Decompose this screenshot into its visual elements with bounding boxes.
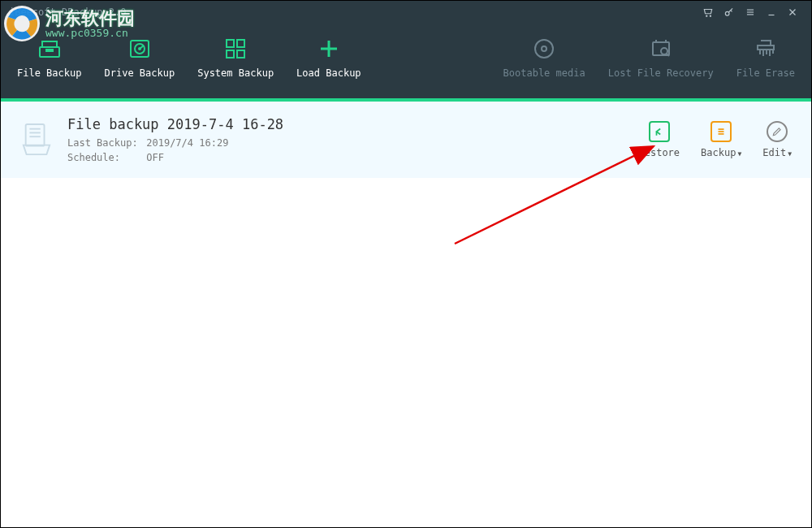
file-erase-label: File Erase xyxy=(736,67,795,79)
file-erase-button[interactable]: File Erase xyxy=(736,37,795,79)
backup-info: File backup 2019-7-4 16-28 Last Backup: … xyxy=(67,116,624,163)
backup-button[interactable]: Backup▼ xyxy=(701,121,741,158)
backup-title: File backup 2019-7-4 16-28 xyxy=(67,116,624,132)
titlebar: iBeesoft DBackup 2.0 xyxy=(1,1,811,24)
bootable-media-label: Bootable media xyxy=(503,67,585,79)
bootable-media-button[interactable]: Bootable media xyxy=(503,37,585,79)
restore-button[interactable]: Restore xyxy=(639,121,680,158)
svg-rect-14 xyxy=(227,40,234,47)
drive-backup-icon xyxy=(127,37,152,61)
edit-button[interactable]: Edit▼ xyxy=(762,121,792,158)
key-icon[interactable] xyxy=(719,2,740,23)
menu-icon[interactable] xyxy=(740,2,761,23)
shredder-icon xyxy=(754,37,778,61)
svg-rect-10 xyxy=(46,50,53,51)
content-area: File backup 2019-7-4 16-28 Last Backup: … xyxy=(1,102,811,527)
svg-rect-16 xyxy=(227,50,234,58)
card-actions: Restore Backup▼ Edit▼ xyxy=(639,121,793,158)
plus-icon xyxy=(317,37,341,61)
recovery-icon xyxy=(649,37,673,61)
last-backup-value: 2019/7/4 16:29 xyxy=(146,137,228,149)
schedule-value: OFF xyxy=(146,152,164,163)
cart-icon[interactable] xyxy=(698,2,719,23)
svg-point-21 xyxy=(542,46,546,51)
svg-point-2 xyxy=(725,11,729,15)
backup-action-label: Backup▼ xyxy=(701,147,741,158)
disc-icon xyxy=(532,37,556,61)
system-backup-icon xyxy=(223,37,248,61)
svg-rect-25 xyxy=(26,124,45,146)
restore-label: Restore xyxy=(639,147,680,158)
lost-file-recovery-button[interactable]: Lost File Recovery xyxy=(608,37,714,79)
svg-rect-17 xyxy=(237,50,244,58)
pencil-icon xyxy=(767,121,788,142)
svg-rect-15 xyxy=(237,40,244,47)
schedule-label: Schedule: xyxy=(67,152,140,163)
load-backup-button[interactable]: Load Backup xyxy=(296,37,361,79)
backup-icon xyxy=(710,121,732,142)
file-backup-button[interactable]: File Backup xyxy=(17,37,81,79)
svg-point-1 xyxy=(710,15,710,16)
last-backup-row: Last Backup: 2019/7/4 16:29 xyxy=(67,137,624,149)
schedule-row: Schedule: OFF xyxy=(67,152,624,163)
backup-card: File backup 2019-7-4 16-28 Last Backup: … xyxy=(1,102,811,178)
minimize-button[interactable] xyxy=(761,2,782,23)
restore-icon xyxy=(649,121,670,142)
drive-backup-button[interactable]: Drive Backup xyxy=(104,37,175,79)
window-title: iBeesoft DBackup 2.0 xyxy=(9,6,698,18)
close-button[interactable] xyxy=(782,2,803,23)
document-stack-icon xyxy=(20,122,53,158)
svg-point-0 xyxy=(706,15,707,16)
file-backup-icon xyxy=(37,37,62,61)
load-backup-label: Load Backup xyxy=(296,67,361,79)
system-backup-button[interactable]: System Backup xyxy=(197,37,274,79)
svg-rect-24 xyxy=(758,45,774,50)
file-backup-label: File Backup xyxy=(17,67,81,79)
svg-point-20 xyxy=(535,40,553,58)
main-toolbar: File Backup Drive Backup System Backup L… xyxy=(1,24,811,98)
app-window: iBeesoft DBackup 2.0 File Backup Drive B… xyxy=(1,1,811,527)
edit-label: Edit▼ xyxy=(762,147,792,158)
system-backup-label: System Backup xyxy=(197,67,274,79)
drive-backup-label: Drive Backup xyxy=(104,67,175,79)
svg-point-23 xyxy=(661,48,667,54)
last-backup-label: Last Backup: xyxy=(67,137,140,149)
lost-file-recovery-label: Lost File Recovery xyxy=(608,67,714,79)
